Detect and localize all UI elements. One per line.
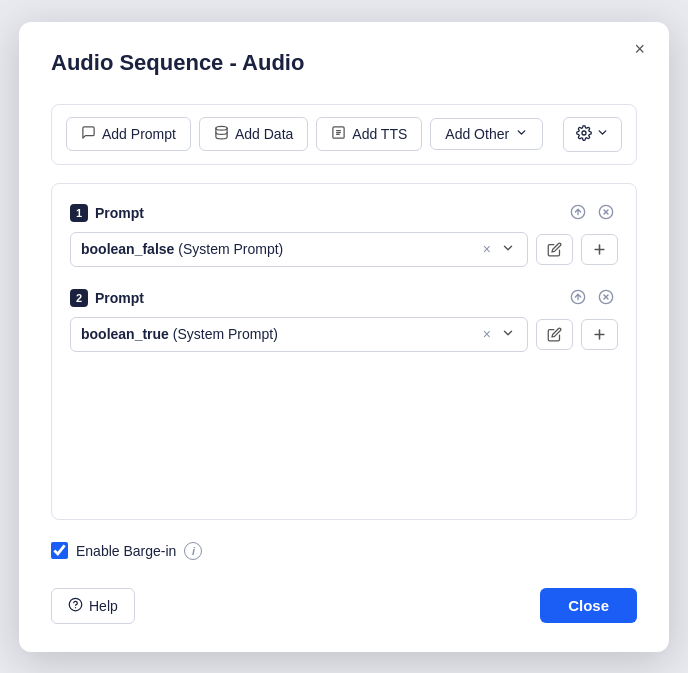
enable-barge-in-text: Enable Barge-in (76, 543, 176, 559)
prompt-2-label: 2 Prompt (70, 289, 144, 307)
prompt-2-text: Prompt (95, 290, 144, 306)
prompt-2-chevron-button[interactable] (499, 326, 517, 343)
help-label: Help (89, 598, 118, 614)
add-tts-label: Add TTS (352, 126, 407, 142)
database-icon (214, 125, 229, 143)
barge-in-info-icon[interactable]: i (184, 542, 202, 560)
prompt-2-header: 2 Prompt (70, 287, 618, 309)
prompt-1-actions (566, 202, 618, 224)
modal-footer: Help Close (51, 588, 637, 624)
prompt-2-actions (566, 287, 618, 309)
prompt-block-1: 1 Prompt boolean_false (System Prom (70, 202, 618, 267)
prompt-2-clear-button[interactable]: × (481, 326, 493, 342)
prompt-1-select[interactable]: boolean_false (System Prompt) × (70, 232, 528, 267)
add-tts-button[interactable]: Add TTS (316, 117, 422, 151)
modal-title: Audio Sequence - Audio (51, 50, 637, 76)
settings-chevron-down-icon (596, 126, 609, 142)
content-area: 1 Prompt boolean_false (System Prom (51, 183, 637, 520)
add-other-label: Add Other (445, 126, 509, 142)
prompt-1-up-button[interactable] (566, 202, 590, 224)
toolbar: Add Prompt Add Data Add TTS Add Other (51, 104, 637, 165)
prompt-1-remove-button[interactable] (594, 202, 618, 224)
prompt-2-row: boolean_true (System Prompt) × (70, 317, 618, 352)
help-button[interactable]: Help (51, 588, 135, 624)
prompt-2-edit-button[interactable] (536, 319, 573, 350)
svg-point-2 (582, 131, 586, 135)
add-prompt-label: Add Prompt (102, 126, 176, 142)
prompt-2-number: 2 (70, 289, 88, 307)
prompt-1-value: boolean_false (System Prompt) (81, 241, 283, 257)
prompt-1-label: 1 Prompt (70, 204, 144, 222)
prompt-1-edit-button[interactable] (536, 234, 573, 265)
prompt-1-clear-button[interactable]: × (481, 241, 493, 257)
prompt-2-add-button[interactable] (581, 319, 618, 350)
prompt-1-row: boolean_false (System Prompt) × (70, 232, 618, 267)
gear-icon (576, 125, 592, 144)
prompt-1-number: 1 (70, 204, 88, 222)
prompt-2-up-button[interactable] (566, 287, 590, 309)
modal-close-button[interactable]: × (628, 38, 651, 60)
footer-options: Enable Barge-in i (51, 542, 637, 560)
tts-icon (331, 125, 346, 143)
add-other-button[interactable]: Add Other (430, 118, 543, 150)
prompt-1-chevron-button[interactable] (499, 241, 517, 258)
close-icon: × (634, 39, 645, 59)
enable-barge-in-label[interactable]: Enable Barge-in (51, 542, 176, 559)
help-circle-icon (68, 597, 83, 615)
settings-button[interactable] (563, 117, 622, 152)
close-button[interactable]: Close (540, 588, 637, 623)
prompt-1-text: Prompt (95, 205, 144, 221)
add-prompt-button[interactable]: Add Prompt (66, 117, 191, 151)
prompt-1-add-button[interactable] (581, 234, 618, 265)
chevron-down-icon (515, 126, 528, 142)
add-data-button[interactable]: Add Data (199, 117, 308, 151)
svg-point-0 (216, 126, 227, 130)
prompt-block-2: 2 Prompt boolean_true (System Promp (70, 287, 618, 352)
add-data-label: Add Data (235, 126, 293, 142)
chat-bubble-icon (81, 125, 96, 143)
enable-barge-in-checkbox[interactable] (51, 542, 68, 559)
prompt-1-header: 1 Prompt (70, 202, 618, 224)
prompt-2-remove-button[interactable] (594, 287, 618, 309)
prompt-2-select[interactable]: boolean_true (System Prompt) × (70, 317, 528, 352)
prompt-2-value: boolean_true (System Prompt) (81, 326, 278, 342)
modal: × Audio Sequence - Audio Add Prompt Add … (19, 22, 669, 652)
